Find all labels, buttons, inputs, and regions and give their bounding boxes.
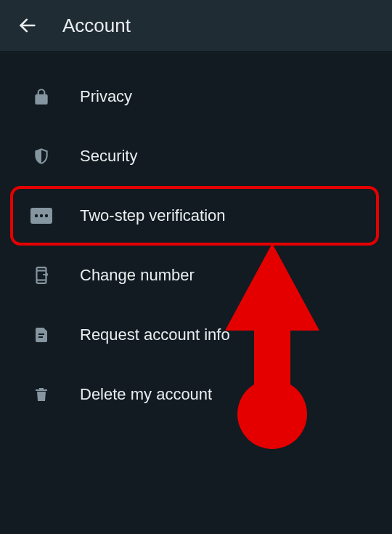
menu-item-security[interactable]: Security bbox=[0, 126, 392, 186]
arrow-left-icon bbox=[17, 15, 38, 36]
menu-item-label: Request account info bbox=[80, 325, 230, 344]
menu-item-delete-account[interactable]: Delete my account bbox=[0, 365, 392, 424]
password-dots-icon bbox=[30, 205, 52, 227]
svg-point-4 bbox=[45, 214, 48, 217]
document-icon bbox=[30, 324, 52, 346]
menu-item-privacy[interactable]: Privacy bbox=[0, 67, 392, 126]
menu-item-request-info[interactable]: Request account info bbox=[0, 305, 392, 365]
menu-item-label: Delete my account bbox=[80, 385, 212, 404]
menu-item-label: Security bbox=[80, 147, 137, 166]
trash-icon bbox=[30, 384, 52, 405]
menu-item-label: Two-step verification bbox=[80, 206, 226, 225]
shield-icon bbox=[30, 145, 52, 167]
back-button[interactable] bbox=[13, 11, 42, 40]
svg-point-3 bbox=[40, 214, 43, 217]
menu-list: Privacy Security Two-step verification bbox=[0, 51, 392, 424]
svg-rect-9 bbox=[38, 336, 43, 338]
menu-item-two-step-verification[interactable]: Two-step verification bbox=[10, 186, 379, 246]
lock-icon bbox=[30, 86, 52, 108]
header: Account bbox=[0, 0, 392, 51]
menu-item-label: Privacy bbox=[80, 87, 132, 106]
phone-swap-icon bbox=[30, 264, 52, 286]
svg-rect-5 bbox=[37, 267, 46, 283]
svg-rect-8 bbox=[38, 333, 44, 335]
menu-item-change-number[interactable]: Change number bbox=[0, 246, 392, 305]
svg-point-2 bbox=[35, 214, 38, 217]
menu-item-label: Change number bbox=[80, 266, 195, 285]
page-title: Account bbox=[62, 15, 131, 37]
